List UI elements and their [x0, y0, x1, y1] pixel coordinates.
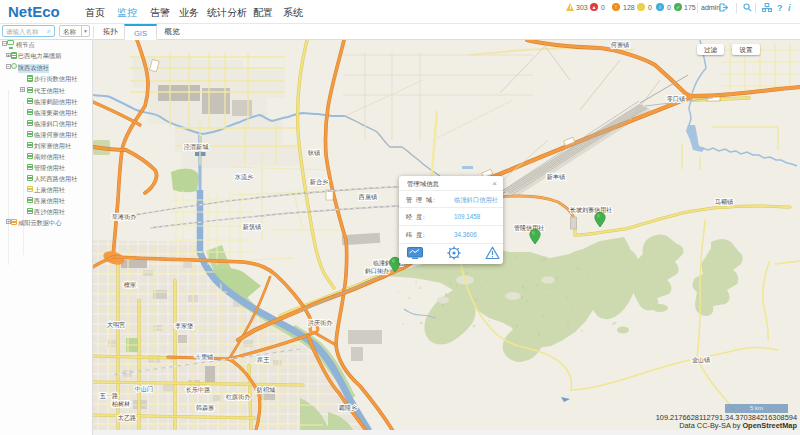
- svg-text:何寨镇: 何寨镇: [611, 41, 630, 49]
- svg-text:檀家: 檀家: [124, 281, 136, 288]
- svg-text:霸陵乡: 霸陵乡: [339, 404, 358, 412]
- svg-text:中山门: 中山门: [135, 385, 154, 392]
- svg-text:纺织城: 纺织城: [256, 386, 276, 394]
- svg-text:金山镇: 金山镇: [692, 356, 711, 363]
- svg-text:五一路: 五一路: [100, 392, 119, 400]
- svg-text:洪庆街办: 洪庆街办: [308, 319, 334, 327]
- svg-text:斜口街办: 斜口街办: [365, 268, 389, 275]
- svg-text:新丰镇: 新丰镇: [546, 173, 566, 180]
- svg-text:草滩街办: 草滩街办: [112, 213, 138, 221]
- svg-text:长乐中路: 长乐中路: [186, 386, 211, 394]
- svg-text:长坡刘寨信用社: 长坡刘寨信用社: [570, 206, 612, 214]
- svg-text:席王: 席王: [257, 356, 270, 363]
- svg-text:马额镇: 马额镇: [715, 198, 734, 205]
- svg-text:泾渭新城: 泾渭新城: [183, 143, 210, 151]
- svg-text:李家堡: 李家堡: [175, 322, 194, 329]
- svg-text:新合乡: 新合乡: [309, 178, 329, 186]
- svg-text:太乙路: 太乙路: [118, 414, 137, 422]
- svg-text:十里铺: 十里铺: [195, 353, 214, 360]
- svg-text:韩森寨: 韩森寨: [196, 404, 215, 411]
- svg-text:管陵信用社: 管陵信用社: [514, 224, 544, 232]
- svg-text:红旗街办: 红旗街办: [226, 393, 252, 401]
- svg-text:耿镇: 耿镇: [308, 149, 321, 156]
- svg-text:零口镇: 零口镇: [667, 95, 686, 102]
- svg-text:西泉镇: 西泉镇: [358, 193, 378, 201]
- svg-text:水流乡: 水流乡: [235, 173, 254, 181]
- svg-text:新筑镇: 新筑镇: [242, 223, 262, 231]
- svg-text:大明宫: 大明宫: [107, 321, 126, 329]
- svg-text:柏树林: 柏树林: [111, 400, 131, 408]
